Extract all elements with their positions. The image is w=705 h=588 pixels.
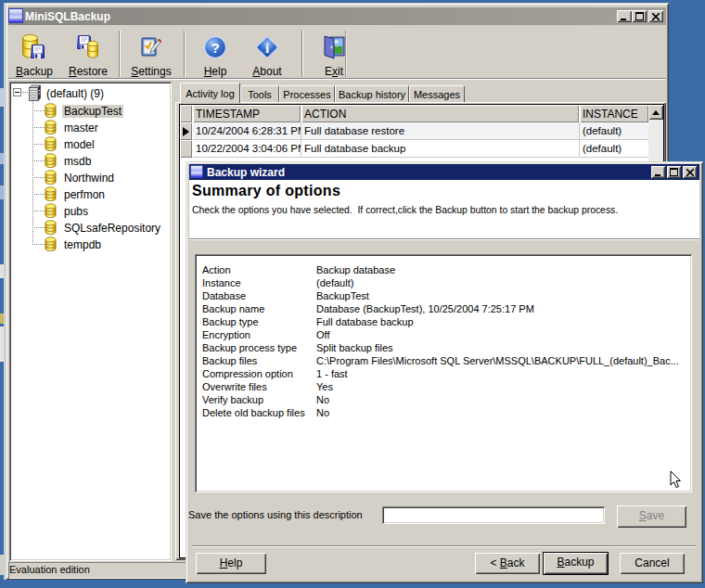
svg-text:i: i	[265, 41, 269, 56]
svg-text:?: ?	[211, 40, 219, 56]
